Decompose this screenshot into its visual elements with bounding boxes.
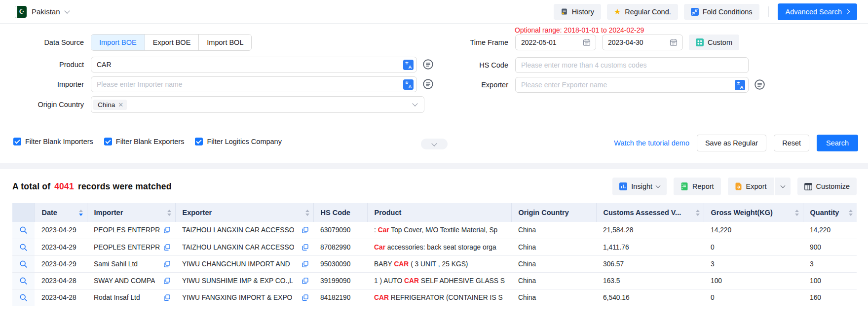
svg-text:A: A xyxy=(740,84,744,90)
insight-button[interactable]: Insight xyxy=(612,178,667,195)
column-header-importer[interactable]: Importer xyxy=(87,203,175,222)
copy-icon[interactable] xyxy=(302,244,308,251)
copy-icon[interactable] xyxy=(302,294,308,301)
svg-text:A: A xyxy=(409,64,412,70)
row-detail-button[interactable] xyxy=(12,289,35,306)
fold-icon xyxy=(691,8,699,16)
row-detail-button[interactable] xyxy=(12,272,35,289)
copy-icon[interactable] xyxy=(164,294,170,301)
row-detail-button[interactable] xyxy=(12,255,35,272)
table-row: 2023-04-29 PEOPLES ENTERPR TAIZHOU LANGX… xyxy=(12,222,857,239)
checkbox-filter-blank-exporters[interactable]: Filter Blank Exporters xyxy=(104,138,185,145)
chevron-right-icon xyxy=(845,9,850,14)
calendar-icon xyxy=(670,38,678,46)
advanced-search-label: Advanced Search xyxy=(786,8,842,16)
translate-icon[interactable]: A xyxy=(403,79,414,90)
sort-icon[interactable] xyxy=(79,210,83,216)
fold-conditions-label: Fold Conditions xyxy=(703,8,753,16)
copy-icon[interactable] xyxy=(164,227,170,233)
country-selector[interactable]: ☪ Pakistan xyxy=(15,6,69,18)
data-source-tab-export-boe[interactable]: Export BOE xyxy=(145,35,199,50)
cell-hs-code: 87082990 xyxy=(313,239,367,255)
data-source-tab-import-boe[interactable]: Import BOE xyxy=(91,35,145,50)
sort-icon[interactable] xyxy=(305,210,309,216)
date-to-input[interactable]: 2023-04-30 xyxy=(602,35,683,50)
cell-customs-value: 163.5 xyxy=(596,272,704,289)
row-detail-button[interactable] xyxy=(12,222,35,239)
tag-remove-icon[interactable]: ✕ xyxy=(118,101,123,108)
copy-icon[interactable] xyxy=(302,261,308,267)
cell-quantity: 160 xyxy=(803,289,857,306)
export-dropdown-button[interactable] xyxy=(775,178,791,195)
tutorial-link[interactable]: Watch the tutorial demo xyxy=(614,139,689,147)
magnifier-icon xyxy=(19,293,28,302)
checkbox-filter-logitics-company[interactable]: Filter Logitics Company xyxy=(195,138,282,145)
row-detail-button[interactable] xyxy=(12,239,35,255)
data-source-tabs: Import BOEExport BOEImport BOL xyxy=(91,34,252,51)
customize-icon xyxy=(804,183,812,190)
checkbox-checked-icon[interactable] xyxy=(104,138,112,145)
history-button[interactable]: History xyxy=(554,4,601,20)
date-from-input[interactable]: 2022-05-01 xyxy=(515,35,596,50)
copy-icon[interactable] xyxy=(164,261,170,267)
advanced-search-button[interactable]: Advanced Search xyxy=(778,3,857,20)
copy-icon[interactable] xyxy=(302,278,308,284)
regular-cond-button[interactable]: ★ Regular Cond. xyxy=(607,4,678,20)
magnifier-icon xyxy=(19,226,28,234)
table-row: 2023-04-28 SWAY AND COMPA YIWU SUNSHIME … xyxy=(12,272,857,289)
sort-icon[interactable] xyxy=(696,210,700,216)
column-header-exporter[interactable]: Exporter xyxy=(175,203,313,222)
search-button[interactable]: Search xyxy=(817,135,858,151)
translate-icon[interactable]: A xyxy=(403,60,414,70)
data-source-tab-import-bol[interactable]: Import BOL xyxy=(199,35,251,50)
search-filter-panel: Optional range: 2018-01-01 to 2024-02-29… xyxy=(0,24,868,163)
collapse-panel-button[interactable] xyxy=(421,139,448,149)
sort-icon[interactable] xyxy=(167,210,171,216)
importer-input[interactable] xyxy=(91,77,416,92)
cell-origin-country: China xyxy=(511,289,596,306)
cell-hs-code: 63079090 xyxy=(313,222,367,239)
circle-lines-icon xyxy=(754,79,765,90)
column-header-quantity[interactable]: Quantity xyxy=(803,203,857,222)
copy-icon[interactable] xyxy=(164,278,170,284)
product-input[interactable] xyxy=(91,57,416,72)
hs-code-input[interactable] xyxy=(516,58,748,72)
checkbox-checked-icon[interactable] xyxy=(13,138,21,145)
exporter-input[interactable] xyxy=(516,77,748,92)
column-header-gross-weight-kg[interactable]: Gross Weight(KG) xyxy=(704,203,803,222)
checkbox-checked-icon[interactable] xyxy=(195,138,203,145)
pakistan-flag-icon: ☪ xyxy=(15,6,27,18)
custom-range-button[interactable]: Custom xyxy=(689,35,739,50)
history-label: History xyxy=(572,8,594,16)
cell-customs-value: 6,540.16 xyxy=(596,289,704,306)
origin-country-select[interactable]: China ✕ xyxy=(91,96,424,113)
report-label: Report xyxy=(692,182,714,190)
column-header-customs-assessed-v[interactable]: Customs Assessed V... xyxy=(596,203,704,222)
origin-country-label: Origin Country xyxy=(0,101,84,108)
report-button[interactable]: Report xyxy=(674,178,721,195)
cell-customs-value: 1,411.76 xyxy=(596,239,704,255)
fuzzy-match-button[interactable] xyxy=(754,79,765,91)
data-source-label: Data Source xyxy=(0,38,84,46)
reset-button[interactable]: Reset xyxy=(774,135,809,151)
checkbox-filter-blank-importers[interactable]: Filter Blank Importers xyxy=(13,138,93,145)
export-button[interactable]: Export xyxy=(728,178,774,195)
copy-icon[interactable] xyxy=(302,227,308,233)
cell-origin-country: China xyxy=(511,255,596,272)
customize-button[interactable]: Customize xyxy=(797,178,857,195)
cell-hs-code: 39199090 xyxy=(313,272,367,289)
translate-icon[interactable]: A xyxy=(735,80,745,90)
sort-icon[interactable] xyxy=(849,210,853,216)
copy-icon[interactable] xyxy=(164,244,170,251)
column-header-date[interactable]: Date xyxy=(35,203,87,222)
cell-origin-country: China xyxy=(511,239,596,255)
results-summary: A total of4041records were matched xyxy=(12,181,172,192)
table-body: 2023-04-29 PEOPLES ENTERPR TAIZHOU LANGX… xyxy=(12,222,857,306)
filter-checkbox-row: Filter Blank ImportersFilter Blank Expor… xyxy=(13,138,282,145)
column-header-detail xyxy=(12,203,35,222)
sort-icon[interactable] xyxy=(795,210,799,216)
fold-conditions-button[interactable]: Fold Conditions xyxy=(684,4,759,20)
save-as-regular-button[interactable]: Save as Regular xyxy=(697,135,766,151)
cell-gross-weight: 14,220 xyxy=(704,222,803,239)
cell-importer: SWAY AND COMPA xyxy=(87,272,175,289)
